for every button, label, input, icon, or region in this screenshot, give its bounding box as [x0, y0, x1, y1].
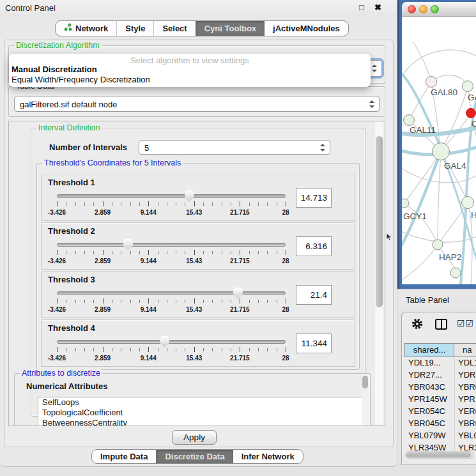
threshold-value-input[interactable]	[296, 236, 332, 256]
slider-tick-labels: -3.4262.8599.14415.4321.71528	[57, 209, 286, 218]
threshold-slider[interactable]: -3.4262.8599.14415.4321.71528	[57, 238, 286, 268]
close-traffic-light[interactable]	[408, 5, 416, 13]
threshold-panel: Threshold 1 -3.4262.8599.14415.4321.7152…	[41, 174, 355, 221]
threshold-label: Threshold 1	[48, 178, 95, 187]
cell-name[interactable]: YDR2	[458, 370, 476, 380]
threshold-value-input[interactable]	[296, 188, 332, 208]
popup-option-equal-width-frequency[interactable]: Equal Width/Frequency Discretization	[12, 75, 150, 84]
threshold-value-input[interactable]	[296, 285, 332, 305]
node-label-gal11: GAL11	[410, 125, 436, 135]
zoom-traffic-light[interactable]	[431, 5, 439, 13]
threshold-slider[interactable]: -3.4262.8599.14415.4321.71528	[57, 335, 286, 365]
attributes-list-scrollbar[interactable]	[362, 374, 369, 426]
table-row[interactable]: YER054C YER0	[404, 406, 476, 418]
major-tick	[148, 347, 149, 352]
tick-label: 2.859	[95, 355, 111, 362]
tick-label: 9.144	[141, 306, 157, 313]
table-row[interactable]: YBR043C YBR0	[404, 381, 476, 394]
table-settings-gear-icon[interactable]	[411, 318, 424, 333]
major-tick	[286, 201, 286, 206]
threshold-value-input[interactable]	[296, 334, 332, 353]
cell-shared-name[interactable]: YER054C	[408, 406, 445, 416]
attribute-list-item[interactable]: SelfLoops	[38, 397, 364, 408]
close-window-icon[interactable]: ✖	[374, 3, 381, 12]
attribute-list-item[interactable]: BetweennessCentrality	[38, 418, 364, 426]
slider-thumb[interactable]	[185, 190, 194, 202]
column-header-name[interactable]: na	[454, 343, 476, 357]
cell-name[interactable]: YBR0	[458, 382, 476, 392]
cell-name[interactable]: YDL1	[458, 358, 476, 367]
major-tick	[194, 347, 195, 352]
table-row[interactable]: YDR27... YDR2	[404, 369, 476, 381]
major-tick	[194, 250, 195, 255]
float-window-icon[interactable]: □	[359, 3, 364, 12]
cell-shared-name[interactable]: YDL19...	[408, 358, 441, 367]
table-row[interactable]: YBR045C YBR0	[404, 418, 476, 430]
algorithm-dropdown-popup: Select algorithm to view settings Manual…	[9, 54, 371, 87]
popup-option-manual-discretization[interactable]: Manual Discretization	[12, 65, 97, 74]
tab-select[interactable]: Select	[153, 21, 195, 36]
tick-label: 28	[282, 355, 289, 362]
combo-arrows-icon	[369, 100, 374, 108]
slider-thumb[interactable]	[233, 288, 243, 299]
numerical-attributes-list: SelfLoopsTopologicalCoefficientBetweenne…	[38, 397, 365, 426]
tick-label: 28	[282, 257, 289, 265]
major-tick	[57, 347, 58, 352]
table-row[interactable]: YDL19... YDL1	[404, 357, 476, 369]
cell-shared-name[interactable]: YDR27...	[408, 370, 442, 380]
tab-discretize-data[interactable]: Discretize Data	[156, 450, 233, 463]
major-tick	[103, 347, 104, 352]
cell-name[interactable]: YPR1	[458, 394, 476, 404]
slider-thumb[interactable]	[123, 239, 133, 250]
window-title: Control Panel	[5, 3, 56, 13]
major-tick	[148, 298, 149, 303]
minimize-traffic-light[interactable]	[419, 5, 427, 13]
attribute-list-item[interactable]: TopologicalCoefficient	[38, 408, 364, 418]
split-columns-icon[interactable]	[435, 319, 447, 330]
tick-label: 9.144	[141, 209, 157, 216]
table-row[interactable]: YPR145W YPR1	[404, 394, 476, 406]
tab-cyni-toolbox[interactable]: Cyni Toolbox	[196, 21, 265, 36]
thresholds-group: Threshold's Coordinates for 5 Intervals …	[36, 163, 360, 370]
threshold-slider[interactable]: -3.4262.8599.14415.4321.71528	[57, 190, 286, 219]
cell-name[interactable]: YBL0	[458, 431, 476, 440]
major-tick	[286, 250, 286, 255]
cell-shared-name[interactable]: YBL079W	[408, 431, 446, 440]
tab-network-label: Network	[75, 21, 108, 36]
cell-name[interactable]: YER0	[458, 406, 476, 416]
table-horizontal-scrollbar[interactable]	[405, 451, 474, 459]
cell-name[interactable]: YBR0	[458, 418, 476, 428]
network-window-titlebar[interactable]	[402, 2, 476, 17]
settings-scrollbar-track[interactable]	[374, 122, 383, 425]
slider-track	[57, 194, 286, 198]
cell-shared-name[interactable]: YBR043C	[408, 382, 445, 392]
threshold-slider[interactable]: -3.4262.8599.14415.4321.71528	[57, 287, 286, 316]
number-of-intervals-combobox[interactable]: 5	[139, 140, 330, 155]
tick-label: 21.715	[230, 209, 250, 216]
column-header-shared-name[interactable]: shared...	[404, 343, 454, 357]
slider-thumb[interactable]	[160, 336, 169, 348]
node-gcy1	[402, 199, 409, 208]
table-rows: YDL19... YDL1 YDR27... YDR2 YBR043C YBR0…	[404, 357, 476, 454]
mouse-cursor	[387, 232, 392, 243]
tick-label: 2.859	[95, 306, 111, 313]
settings-scrollbar-thumb[interactable]	[376, 136, 383, 307]
table-data-combobox[interactable]: galFiltered.sif default node	[14, 96, 380, 112]
control-panel-tabbar: Network Style Select Cyni Toolbox jActiv…	[55, 20, 349, 36]
tab-impute-data[interactable]: Impute Data	[92, 450, 156, 463]
major-tick	[240, 298, 240, 303]
cell-shared-name[interactable]: YPR145W	[408, 394, 447, 404]
tab-jactivemnodules[interactable]: jActiveMNodules	[265, 21, 348, 36]
apply-button[interactable]: Apply	[172, 430, 217, 445]
column-checkbox-icons[interactable]: ☑☑	[457, 318, 474, 328]
table-row[interactable]: YBL079W YBL0	[404, 430, 476, 442]
tab-infer-network[interactable]: Infer Network	[233, 450, 303, 463]
tab-style[interactable]: Style	[116, 21, 153, 36]
threshold-panel: Threshold 3 -3.4262.8599.14415.4321.7152…	[41, 271, 355, 318]
tab-network[interactable]: Network	[56, 21, 116, 36]
network-canvas[interactable]: GAL80 GA GAL11 C GAL4 GCY1 H HAP2	[402, 17, 476, 284]
interval-definition-title: Interval Definition	[36, 123, 102, 132]
threshold-list: Threshold 1 -3.4262.8599.14415.4321.7152…	[41, 174, 355, 367]
cell-shared-name[interactable]: YBR045C	[408, 418, 445, 428]
major-tick	[57, 201, 58, 206]
